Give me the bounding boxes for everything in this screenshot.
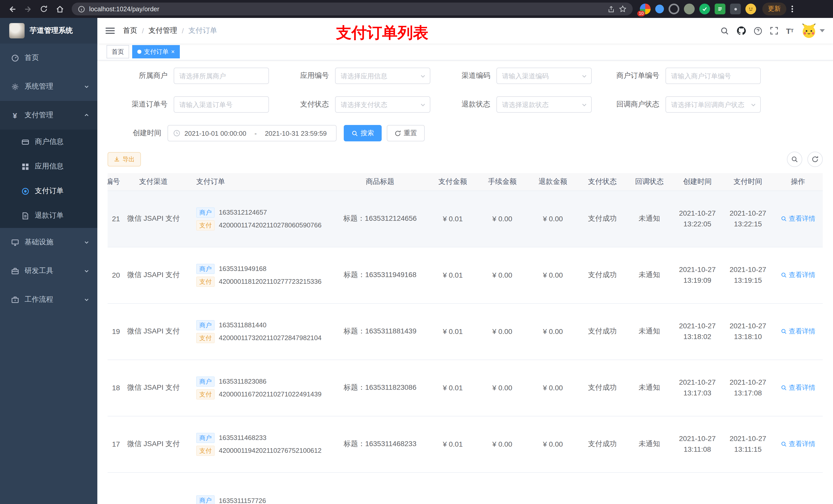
extension-icon-1[interactable]: 10 [640, 4, 651, 14]
extension-icon-5[interactable] [699, 4, 710, 14]
view-detail-link[interactable]: 查看详情 [781, 383, 815, 392]
cell-pay-time: 2021-10-2713:11:15 [722, 416, 773, 472]
bookmark-star-icon[interactable] [619, 5, 626, 13]
sidebar-item-merchant-info[interactable]: 商户信息 [0, 129, 97, 154]
cell-title: 标题：1635312124656 [331, 191, 429, 247]
avatar [801, 23, 817, 39]
forward-icon[interactable] [21, 2, 35, 16]
merchant-input-field[interactable] [179, 72, 263, 80]
browser-menu-icon[interactable] [791, 6, 793, 12]
table-row: 18 微信 JSAPI 支付 商户1635311823086 支付4200001… [108, 360, 823, 416]
github-icon[interactable] [737, 26, 746, 35]
cell-title: 标题：1635311823086 [331, 360, 429, 416]
cell-channel: 微信 JSAPI 支付 [120, 191, 187, 247]
view-detail-link[interactable]: 查看详情 [781, 439, 815, 449]
col-header-status: 支付状态 [578, 173, 626, 191]
cell-notify: 未通知 [626, 360, 672, 416]
merchant-tag: 商户 [196, 207, 215, 217]
refund-status-select-field[interactable] [502, 101, 586, 108]
breadcrumb-payment[interactable]: 支付管理 [148, 26, 177, 35]
channel-order-no-input[interactable] [174, 96, 269, 113]
page-content: 所属商户 应用编号 渠道编码 [97, 61, 833, 504]
site-info-icon[interactable] [78, 5, 85, 13]
active-tab-dot [137, 50, 141, 54]
search-button[interactable]: 搜索 [344, 125, 382, 141]
sidebar-item-pay-order[interactable]: 支付订单 [0, 179, 97, 203]
user-menu[interactable] [801, 23, 825, 39]
back-icon[interactable] [5, 2, 19, 16]
address-bar[interactable]: localhost:1024/pay/order [72, 3, 633, 15]
sidebar-item-refund-order[interactable]: 退款订单 [0, 203, 97, 228]
browser-update-button[interactable]: 更新 [762, 3, 786, 15]
channel-order-no-field[interactable] [179, 101, 263, 108]
app-no-select[interactable] [335, 68, 430, 84]
extension-icon-7[interactable] [730, 4, 741, 14]
table-header-row: 编号 支付渠道 支付订单 商品标题 支付金额 手续金额 退款金额 支付状态 回调… [108, 173, 823, 191]
cell-amount: ¥ 0.01 [429, 416, 477, 472]
extension-icon-4[interactable] [684, 4, 695, 14]
sidebar-item-system[interactable]: 系统管理 [0, 72, 97, 101]
notify-status-select[interactable] [665, 96, 761, 113]
reload-icon[interactable] [37, 2, 51, 16]
channel-code-select-field[interactable] [502, 72, 586, 80]
filter-label: 渠道订单号 [108, 100, 174, 109]
channel-code-select[interactable] [496, 68, 592, 84]
fullscreen-icon[interactable] [770, 27, 779, 35]
date-start[interactable]: 2021-10-01 00:00:00 [185, 129, 246, 137]
extension-icon-2[interactable] [655, 5, 664, 13]
url-text[interactable]: localhost:1024/pay/order [89, 5, 603, 13]
date-end[interactable]: 2021-10-31 23:59:59 [265, 129, 327, 137]
font-size-icon[interactable]: TT [786, 26, 793, 35]
table-row-partial: 商户1635311157726 [108, 472, 823, 504]
pay-status-select-field[interactable] [341, 101, 425, 108]
sidebar-item-label: 研发工具 [25, 266, 84, 275]
refresh-button[interactable] [807, 152, 823, 167]
filter-refund-status: 退款状态 [430, 96, 592, 113]
merchant-order-no-input[interactable] [665, 68, 761, 84]
view-detail-link[interactable]: 查看详情 [781, 214, 815, 223]
tab-label: 首页 [112, 47, 124, 56]
close-icon[interactable]: × [171, 49, 175, 55]
share-icon[interactable] [608, 5, 615, 13]
cell-fee: ¥ 0.00 [477, 360, 527, 416]
refund-status-select[interactable] [496, 96, 592, 113]
app-logo: 芋道管理系统 [0, 18, 97, 44]
view-detail-link[interactable]: 查看详情 [781, 270, 815, 280]
table-row: 17 微信 JSAPI 支付 商户1635311468233 支付4200001… [108, 416, 823, 472]
main-area: 首页 / 支付管理 / 支付订单 支付订单列表 [97, 18, 833, 504]
help-icon[interactable] [754, 26, 763, 35]
sidebar-item-dev-tools[interactable]: 研发工具 [0, 257, 97, 285]
merchant-order-no-field[interactable] [671, 72, 755, 80]
sidebar-item-workflow[interactable]: 工作流程 [0, 285, 97, 314]
sidebar-item-home[interactable]: 首页 [0, 44, 97, 72]
app-no-select-field[interactable] [341, 72, 425, 80]
sidebar-item-app-info[interactable]: 应用信息 [0, 154, 97, 179]
hamburger-icon[interactable] [105, 28, 115, 34]
merchant-input[interactable] [174, 68, 269, 84]
sidebar-item-label: 应用信息 [35, 162, 89, 171]
cell-channel [120, 472, 187, 504]
reset-button[interactable]: 重置 [387, 125, 425, 141]
extension-icon-3[interactable] [669, 4, 679, 14]
toggle-search-button[interactable] [787, 152, 802, 167]
chevron-down-icon [84, 297, 89, 302]
pay-tag: 支付 [196, 220, 215, 230]
pay-status-select[interactable] [335, 96, 430, 113]
tab-pay-order[interactable]: 支付订单 × [132, 45, 180, 58]
filter-label: 渠道编码 [430, 71, 496, 80]
date-range-picker[interactable]: 2021-10-01 00:00:00 - 2021-10-31 23:59:5… [168, 125, 337, 141]
cell-fee: ¥ 0.00 [477, 191, 527, 247]
search-icon[interactable] [720, 26, 729, 35]
view-detail-link[interactable]: 查看详情 [781, 327, 815, 336]
sidebar-item-infra[interactable]: 基础设施 [0, 228, 97, 257]
sidebar-item-payment[interactable]: ¥ 支付管理 [0, 101, 97, 129]
export-button[interactable]: 导出 [108, 152, 141, 166]
filter-label: 回调商户状态 [592, 100, 665, 109]
cell-status: 支付成功 [578, 247, 626, 303]
tab-home[interactable]: 首页 [106, 45, 129, 58]
home-icon[interactable] [53, 2, 67, 16]
notify-status-select-field[interactable] [671, 101, 755, 108]
extension-icon-6[interactable] [715, 4, 725, 14]
extension-icon-8[interactable] [745, 4, 756, 14]
breadcrumb-home[interactable]: 首页 [123, 26, 137, 35]
